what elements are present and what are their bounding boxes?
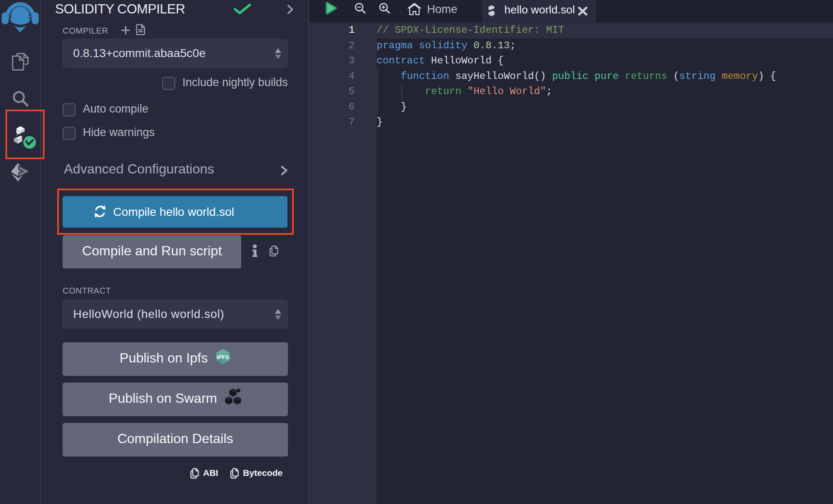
svg-text:IPFS: IPFS xyxy=(217,354,229,360)
